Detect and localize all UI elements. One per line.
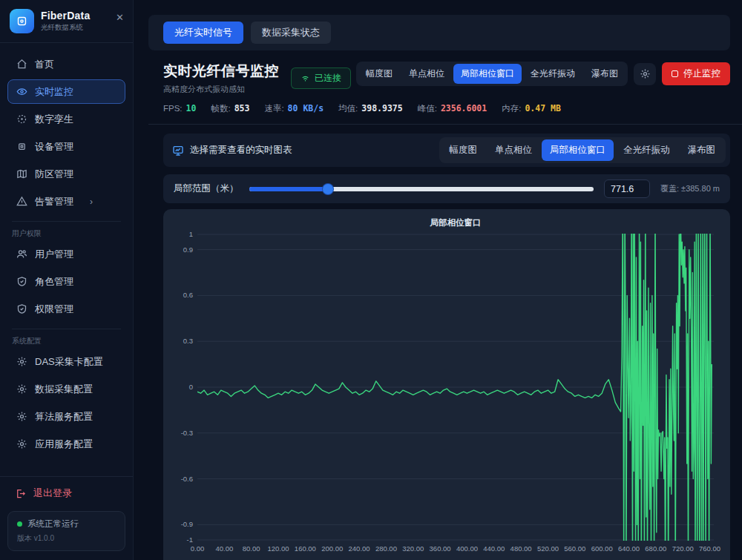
x-tick-label: 720.00 [672, 544, 694, 553]
sidebar-item-label: 数字孪生 [35, 113, 73, 126]
chart-type-tab-b-4[interactable]: 瀑布图 [680, 139, 724, 161]
slider-thumb[interactable] [323, 184, 333, 194]
x-tick-label: 0.00 [191, 544, 205, 553]
stat-label: 内存: [502, 103, 521, 114]
chart-type-tab-2[interactable]: 局部相位窗口 [453, 64, 522, 84]
y-tick-label: 1 [189, 230, 193, 238]
x-tick-label: 560.00 [564, 544, 585, 553]
chart-type-tab-b-2[interactable]: 局部相位窗口 [542, 139, 614, 161]
stat-value: 853 [234, 103, 250, 113]
sidebar-nav: 首页实时监控数字孪生设备管理防区管理告警管理›用户权限用户管理角色管理权限管理系… [0, 43, 133, 459]
x-tick-label: 600.00 [591, 544, 613, 553]
chart-type-tab-1[interactable]: 单点相位 [401, 64, 452, 84]
range-slider[interactable] [249, 187, 594, 191]
x-tick-label: 40.00 [215, 544, 233, 553]
status-dot [17, 521, 22, 527]
chart-type-tab-0[interactable]: 幅度图 [358, 64, 400, 84]
system-status-card: 系统正常运行 版本 v1.0.0 [7, 511, 125, 551]
selector-label: 选择需要查看的实时图表 [190, 144, 292, 157]
sidebar-item-label: 告警管理 [35, 195, 73, 208]
title-row: 实时光纤信号监控 高精度分布式振动感知 已连接 幅度图单点相位局部相位窗口全光纤… [163, 62, 730, 95]
sidebar-item-s1-1[interactable]: 数据采集配置 [7, 377, 125, 401]
page-subtitle: 高精度分布式振动感知 [163, 84, 279, 95]
sidebar-close-icon[interactable]: ✕ [116, 12, 124, 23]
sidebar-item-label: DAS采集卡配置 [35, 355, 103, 369]
system-status-text: 系统正常运行 [27, 518, 79, 530]
sidebar-section-title: 系统配置 [12, 329, 121, 346]
stop-icon [672, 70, 678, 77]
monitor-chart-icon [172, 145, 184, 157]
stat-label: 速率: [264, 103, 283, 114]
sidebar-item-s0-2[interactable]: 权限管理 [7, 297, 125, 321]
sidebar-item-1[interactable]: 实时监控 [7, 79, 125, 104]
chart-type-tab-b-0[interactable]: 幅度图 [441, 139, 486, 161]
chart-selector-bar: 选择需要查看的实时图表 幅度图单点相位局部相位窗口全光纤振动瀑布图 [163, 134, 730, 167]
sidebar-item-label: 设备管理 [35, 140, 73, 154]
sidebar-item-label: 算法服务配置 [35, 410, 93, 424]
x-tick-label: 440.00 [483, 544, 505, 553]
x-tick-label: 80.00 [243, 544, 260, 553]
sidebar-item-2[interactable]: 数字孪生 [7, 107, 125, 131]
x-tick-label: 240.00 [349, 544, 370, 553]
x-tick-label: 200.00 [321, 544, 343, 553]
y-tick-label: -1 [187, 536, 193, 544]
page-title: 实时光纤信号监控 [163, 62, 279, 81]
y-tick-label: 0.9 [183, 246, 193, 254]
sidebar-item-s1-2[interactable]: 算法服务配置 [7, 404, 125, 429]
sidebar-item-s1-3[interactable]: 应用服务配置 [7, 432, 125, 456]
users-icon [16, 248, 27, 260]
x-tick-label: 320.00 [402, 544, 424, 553]
chart-type-tab-3[interactable]: 全光纤振动 [523, 64, 582, 84]
home-icon [16, 59, 27, 70]
stats-row: FPS:10帧数:853速率:80 KB/s均值:398.9375峰值:2356… [163, 103, 730, 114]
stop-monitoring-button[interactable]: 停止监控 [662, 62, 730, 85]
sidebar-item-label: 用户管理 [35, 248, 73, 261]
sidebar-item-label: 数据采集配置 [35, 383, 93, 396]
y-tick-label: 0.3 [183, 337, 193, 345]
sidebar-item-label: 权限管理 [35, 303, 73, 316]
sidebar-item-0[interactable]: 首页 [7, 52, 125, 76]
sidebar-item-3[interactable]: 设备管理 [7, 134, 125, 159]
stat-value: 0.47 MB [525, 103, 560, 113]
shield-icon [16, 303, 27, 314]
phase-window-chart: 局部相位窗口10.90.60.30-0.3-0.6-0.9-10.0040.00… [171, 215, 723, 560]
settings-button[interactable] [634, 63, 656, 85]
logout-button[interactable]: 退出登录 [0, 476, 133, 510]
chart-type-tab-b-3[interactable]: 全光纤振动 [615, 139, 678, 161]
y-tick-label: 0 [189, 383, 193, 391]
sidebar-item-label: 首页 [35, 58, 54, 71]
x-tick-label: 640.00 [618, 544, 640, 553]
sidebar-section-title: 用户权限 [12, 221, 121, 239]
version-label: 版本 v1.0.0 [17, 533, 116, 544]
x-tick-label: 400.00 [456, 544, 478, 553]
chevron-right-icon: › [90, 197, 93, 207]
chart-type-tab-b-1[interactable]: 单点相位 [487, 139, 540, 161]
connection-badge: 已连接 [291, 67, 351, 89]
x-tick-label: 760.00 [699, 544, 720, 553]
gear-icon [16, 356, 27, 367]
sidebar-item-s0-1[interactable]: 角色管理 [7, 269, 125, 294]
stat-value: 398.9375 [361, 103, 402, 113]
sidebar-item-4[interactable]: 防区管理 [7, 162, 125, 186]
app-subtitle: 光纤数据系统 [41, 23, 90, 33]
stat-label: FPS: [163, 104, 183, 113]
stat-5: 内存:0.47 MB [502, 103, 561, 114]
range-value-input[interactable] [604, 179, 650, 198]
page-tab-1[interactable]: 数据采集状态 [251, 22, 331, 44]
shield-icon [16, 276, 27, 287]
slider-label: 局部范围（米） [174, 182, 239, 195]
page-tab-0[interactable]: 光纤实时信号 [163, 22, 243, 44]
stat-value: 10 [186, 103, 197, 113]
sidebar-item-s0-0[interactable]: 用户管理 [7, 242, 125, 266]
chart-type-tab-4[interactable]: 瀑布图 [584, 64, 626, 84]
x-tick-label: 280.00 [375, 544, 397, 553]
x-tick-label: 360.00 [430, 544, 451, 553]
logout-label: 退出登录 [33, 487, 72, 500]
map-icon [16, 168, 27, 179]
stat-4: 峰值:2356.6001 [418, 103, 487, 114]
x-tick-label: 520.00 [537, 544, 559, 553]
gear-icon [16, 411, 27, 422]
sidebar-item-5[interactable]: 告警管理› [7, 189, 125, 214]
alert-icon [16, 196, 27, 207]
sidebar-item-s1-0[interactable]: DAS采集卡配置 [7, 349, 125, 374]
